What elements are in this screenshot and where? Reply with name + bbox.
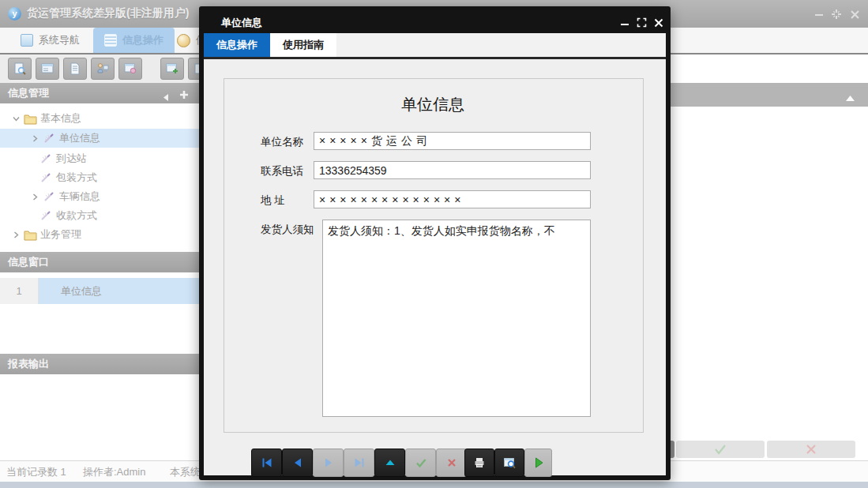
tab-system-nav[interactable]: 系统导航 [9, 28, 91, 53]
query-document-icon[interactable] [8, 58, 32, 80]
phone-input[interactable] [314, 161, 591, 179]
document-icon[interactable] [63, 58, 87, 80]
wand-icon [43, 191, 56, 203]
dialog-tab-info-ops[interactable]: 信息操作 [204, 33, 270, 57]
tab-info-ops[interactable]: 信息操作 [93, 28, 175, 53]
cancel-button[interactable] [436, 449, 467, 477]
app-window: y 货运管理系统差异版(非注册用户) 系统导航 信息操作 使用指南 [0, 0, 868, 488]
unit-info-dialog: 单位信息 信息操作 使用指南 单位信息 [199, 6, 671, 480]
window-title: 货运管理系统差异版(非注册用户) [27, 6, 189, 21]
panel-info-management-header: 信息管理 [0, 83, 199, 103]
chevron-right-icon[interactable] [11, 231, 21, 238]
window-icon [21, 34, 33, 47]
field-label-address: 地 址 [261, 193, 285, 208]
chevron-right-icon[interactable] [30, 135, 39, 142]
wand-icon [39, 153, 53, 165]
cancel-button[interactable] [767, 441, 855, 458]
print-button[interactable] [464, 449, 494, 477]
collapse-up-icon[interactable] [845, 91, 855, 105]
field-label-unit-name: 单位名称 [261, 135, 303, 149]
dialog-titlebar[interactable]: 单位信息 [204, 11, 666, 33]
tree-item-packing-method[interactable]: 包装方式 [0, 168, 199, 187]
status-record-count: 当前记录数 1 [6, 465, 66, 479]
print-preview-button[interactable] [494, 449, 524, 477]
close-icon[interactable] [847, 8, 862, 21]
shipper-notice-textarea[interactable]: 发货人须知：1、发货人如实申报货物名称，不 [322, 220, 591, 417]
dialog-body: 单位信息 单位名称 联系电话 地 址 发货人须知 发货人须知：1、发货人如实申报… [204, 59, 666, 475]
minimize-icon[interactable] [618, 17, 631, 28]
row-index: 1 [0, 278, 39, 304]
plus-icon[interactable] [178, 87, 190, 107]
field-label-shipper-notice: 发货人须知 [261, 223, 314, 237]
window-color-icon[interactable] [118, 58, 142, 80]
row-label[interactable]: 单位信息 [39, 278, 199, 304]
window-bottom-edge [0, 482, 868, 488]
field-label-phone: 联系电话 [261, 164, 303, 178]
tree-item-arrival-station[interactable]: 到达站 [0, 149, 199, 168]
close-icon[interactable] [652, 17, 665, 28]
wand-icon [39, 210, 53, 222]
app-logo-icon: y [8, 7, 21, 21]
collapse-up-button[interactable] [374, 449, 405, 477]
status-system-info: 本系统 [170, 465, 201, 479]
panel-report-output-header: 报表输出 [0, 354, 199, 374]
next-record-button[interactable] [313, 449, 344, 477]
grid-icon [104, 34, 117, 47]
tree-item-payment-method[interactable]: 收款方式 [0, 206, 199, 225]
dialog-tabstrip: 信息操作 使用指南 [204, 33, 666, 59]
window-add-icon[interactable] [160, 58, 184, 80]
form-heading: 单位信息 [224, 94, 642, 115]
chevron-down-icon[interactable] [11, 115, 21, 122]
info-window-row[interactable]: 1 单位信息 [0, 278, 199, 304]
restore-icon[interactable] [829, 8, 844, 21]
first-record-button[interactable] [251, 449, 282, 477]
tree-item-unit-info[interactable]: 单位信息 [0, 129, 199, 148]
collapse-left-icon[interactable] [162, 88, 169, 109]
maximize-icon[interactable] [635, 17, 648, 28]
wand-icon [43, 133, 56, 145]
confirm-button[interactable] [405, 449, 436, 477]
help-ball-icon [177, 34, 190, 47]
wand-icon [39, 172, 53, 184]
unit-name-input[interactable] [314, 132, 591, 150]
prev-record-button[interactable] [282, 449, 313, 477]
tree-item-basic-info[interactable]: 基本信息 [0, 109, 199, 128]
status-operator: 操作者:Admin [83, 465, 145, 479]
confirm-button[interactable] [676, 441, 765, 458]
address-input[interactable] [314, 190, 591, 208]
run-button[interactable] [524, 449, 552, 477]
form-view-icon[interactable] [36, 58, 59, 80]
last-record-button[interactable] [344, 449, 374, 477]
panel-info-window-header: 信息窗口 [0, 252, 199, 272]
minimize-icon[interactable] [812, 8, 826, 21]
dialog-title: 单位信息 [221, 16, 262, 30]
tree-item-business-management[interactable]: 业务管理 [0, 225, 199, 244]
tree-item-vehicle-info[interactable]: 车辆信息 [0, 187, 199, 206]
chevron-right-icon[interactable] [30, 193, 39, 201]
folder-icon [24, 229, 37, 241]
user-terminal-icon[interactable] [91, 58, 115, 80]
dialog-tab-user-guide[interactable]: 使用指南 [270, 33, 336, 57]
folder-icon [24, 113, 37, 125]
